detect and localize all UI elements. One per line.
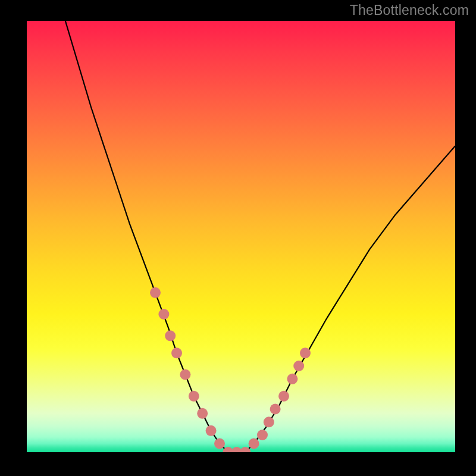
highlight-dot bbox=[257, 430, 268, 440]
highlight-dot bbox=[300, 347, 311, 358]
highlight-dot bbox=[165, 330, 176, 341]
watermark-text: TheBottleneck.com bbox=[350, 2, 469, 18]
highlight-dot bbox=[264, 416, 274, 427]
highlight-dot bbox=[171, 347, 182, 358]
highlight-dot bbox=[158, 309, 169, 320]
highlight-dot bbox=[189, 391, 199, 402]
plot-area bbox=[27, 21, 455, 452]
bottleneck-curve bbox=[65, 21, 455, 452]
highlight-dot bbox=[278, 391, 289, 402]
bottleneck-curve-svg bbox=[27, 21, 455, 452]
highlight-dot bbox=[270, 404, 281, 415]
highlight-dot bbox=[293, 361, 304, 371]
highlight-dots-group bbox=[150, 287, 311, 452]
highlight-dot bbox=[206, 425, 217, 436]
highlight-dot bbox=[249, 439, 259, 449]
highlight-dot bbox=[197, 408, 208, 419]
highlight-dot bbox=[287, 374, 298, 384]
highlight-dot bbox=[150, 287, 161, 298]
highlight-dot bbox=[214, 439, 225, 449]
chart-frame: TheBottleneck.com bbox=[0, 0, 476, 476]
highlight-dot bbox=[180, 369, 190, 380]
